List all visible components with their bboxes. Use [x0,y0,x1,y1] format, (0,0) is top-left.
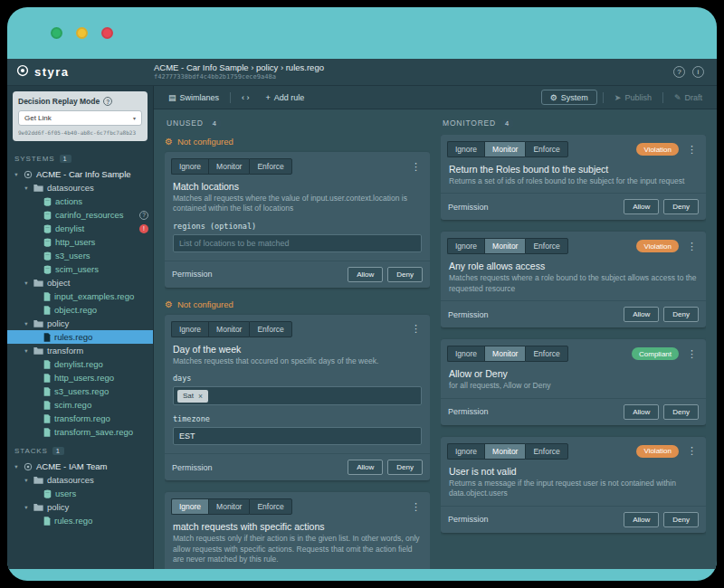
mode-monitor-button[interactable]: Monitor [208,321,249,337]
permission-label: Permission [448,310,489,319]
field-input-timezone[interactable] [173,427,422,445]
tree-item-transform-rego[interactable]: transform.rego [7,412,153,425]
tree-item-http-users[interactable]: http_users [7,235,153,249]
deny-button[interactable]: Deny [663,404,699,420]
tree-item-acme-iam-team[interactable]: ▾ACME - IAM Team [7,460,153,473]
mode-enforce-button[interactable]: Enforce [249,321,291,337]
kebab-menu-icon[interactable]: ⋮ [684,144,700,156]
tree-item-object[interactable]: ▾object [7,276,153,289]
mode-ignore-button[interactable]: Ignore [447,443,484,460]
allow-button[interactable]: Allow [348,267,383,282]
breadcrumb[interactable]: ACME - Car Info Sample › policy › rules.… [154,63,324,73]
tree-item-carinfo-resources[interactable]: carinfo_resources? [7,208,153,222]
tree-item-datasources[interactable]: ▾datasources [7,473,153,487]
allow-button[interactable]: Allow [624,512,659,527]
tree-item-denylist[interactable]: denylist! [7,222,153,235]
swimlanes-button[interactable]: ▤ Swimlanes [163,91,224,104]
kebab-menu-icon[interactable]: ⋮ [408,501,424,513]
code-icon: ‹ › [242,93,250,102]
rule-card-wrapper: IgnoreMonitorEnforceViolation⋮User is no… [441,437,706,533]
mode-monitor-button[interactable]: Monitor [208,498,249,515]
mode-monitor-button[interactable]: Monitor [484,443,525,460]
tree-item-scim-users[interactable]: scim_users [7,262,153,276]
tree-item-acme-car-info-sample[interactable]: ▾ACME - Car Info Sample [7,167,153,181]
publish-button[interactable]: ➤ Publish [609,91,657,104]
kebab-menu-icon[interactable]: ⋮ [684,241,700,252]
mode-ignore-button[interactable]: Ignore [171,498,208,515]
decision-status-badge: Violation [636,240,679,252]
traffic-light-yellow[interactable] [76,27,88,39]
systems-count-badge: 1 [60,155,71,163]
system-selector-label: System [561,93,588,102]
styra-logo[interactable]: styra [7,64,154,81]
tree-item-policy[interactable]: ▾policy [7,317,153,330]
tags-input-days[interactable]: Sat× [173,386,422,405]
rule-title: match requests with specific actions [165,519,430,534]
mode-enforce-button[interactable]: Enforce [249,498,291,515]
kebab-menu-icon[interactable]: ⋮ [684,348,700,360]
mode-ignore-button[interactable]: Ignore [447,346,484,362]
tree-item-transform[interactable]: ▾transform [7,344,153,357]
tree-item-object-rego[interactable]: object.rego [7,303,153,317]
mode-monitor-button[interactable]: Monitor [484,346,525,362]
rule-description: for all requests, Allow or Deny [441,381,706,397]
draft-button[interactable]: ✎ Draft [669,91,708,104]
replay-link-select[interactable]: Get Link ▾ [18,110,142,126]
tree-item-label: policy [47,318,69,328]
tree-item-transform-save-rego[interactable]: transform_save.rego [7,425,153,439]
deny-button[interactable]: Deny [663,512,699,527]
mode-ignore-button[interactable]: Ignore [447,238,484,254]
tree-item-http-users-rego[interactable]: http_users.rego [7,371,153,384]
mode-enforce-button[interactable]: Enforce [249,158,291,175]
tree-item-rules-rego[interactable]: rules.rego [7,514,153,527]
allow-button[interactable]: Allow [348,460,383,475]
tree-item-datasources[interactable]: ▾datasources [7,181,153,194]
remove-tag-icon[interactable]: × [198,392,203,401]
mode-enforce-button[interactable]: Enforce [525,346,567,362]
column-header-unused: UNUSED4 [165,117,430,135]
mode-ignore-button[interactable]: Ignore [171,321,208,337]
mode-ignore-button[interactable]: Ignore [447,141,484,157]
system-selector-button[interactable]: ⚙ System [541,90,597,105]
kebab-menu-icon[interactable]: ⋮ [408,161,424,173]
tree-item-input-examples-rego[interactable]: input_examples.rego [7,289,153,303]
traffic-light-green[interactable] [51,27,62,39]
kebab-menu-icon[interactable]: ⋮ [408,323,424,335]
deny-button[interactable]: Deny [387,267,423,282]
tree-item-policy[interactable]: ▾policy [7,500,153,514]
mode-monitor-button[interactable]: Monitor [484,141,525,157]
allow-button[interactable]: Allow [624,404,659,420]
column-title: UNUSED [167,119,204,128]
tree-item-s3-users[interactable]: s3_users [7,249,153,262]
rule-card-header: IgnoreMonitorEnforceViolation⋮ [441,232,706,259]
deny-button[interactable]: Deny [663,307,699,322]
allow-button[interactable]: Allow [624,199,659,214]
tree-item-label: datasources [47,183,94,193]
tree-item-actions[interactable]: actions [7,194,153,208]
allow-button[interactable]: Allow [624,307,659,322]
info-icon[interactable]: i [692,66,704,78]
question-circle-icon[interactable]: ? [103,97,112,106]
mode-monitor-button[interactable]: Monitor [484,238,525,254]
mode-ignore-button[interactable]: Ignore [171,158,208,175]
help-icon[interactable]: ? [673,66,685,78]
code-view-button[interactable]: ‹ › [236,91,255,104]
doc-icon [43,224,52,233]
tree-item-label: transform_save.rego [54,427,133,437]
kebab-menu-icon[interactable]: ⋮ [684,445,700,457]
mode-enforce-button[interactable]: Enforce [525,141,567,157]
deny-button[interactable]: Deny [387,460,423,475]
traffic-light-red[interactable] [101,27,113,39]
mode-enforce-button[interactable]: Enforce [525,443,567,460]
field-input-regions-optional[interactable] [173,234,422,252]
deny-button[interactable]: Deny [663,199,699,214]
tree-item-s3-users-rego[interactable]: s3_users.rego [7,384,153,398]
add-rule-button[interactable]: + Add rule [261,91,310,104]
tree-item-rules-rego[interactable]: rules.rego [7,330,153,344]
tree-item-users[interactable]: users [7,487,153,500]
tree-item-scim-rego[interactable]: scim.rego [7,398,153,412]
tree-item-denylist-rego[interactable]: denylist.rego [7,357,153,371]
mode-monitor-button[interactable]: Monitor [208,158,249,175]
mode-enforce-button[interactable]: Enforce [525,238,567,254]
permission-label: Permission [448,515,489,524]
